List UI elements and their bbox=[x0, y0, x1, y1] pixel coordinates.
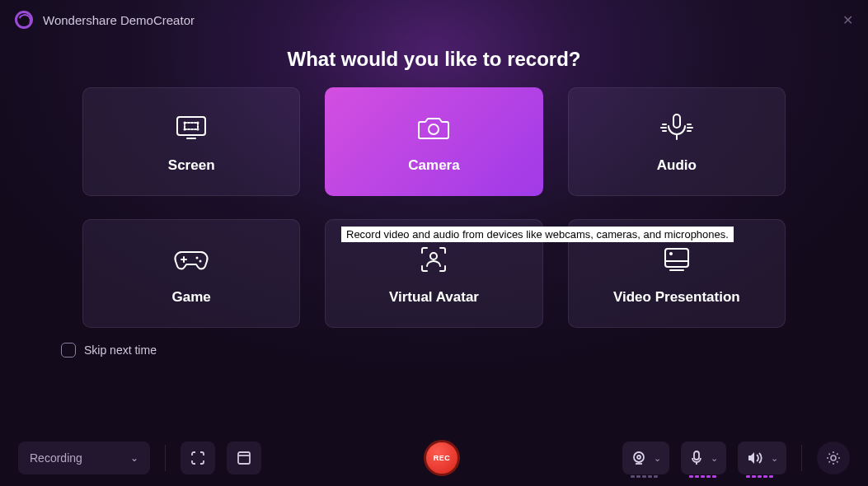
svg-point-10 bbox=[429, 124, 439, 134]
svg-rect-11 bbox=[673, 114, 680, 128]
svg-point-31 bbox=[637, 456, 640, 459]
camera-icon bbox=[415, 110, 452, 146]
divider bbox=[801, 445, 802, 471]
svg-point-21 bbox=[196, 257, 199, 259]
settings-button[interactable] bbox=[817, 442, 850, 474]
option-grid: Screen Camera Audio bbox=[82, 87, 786, 328]
gamepad-icon bbox=[173, 241, 209, 278]
svg-point-25 bbox=[669, 252, 673, 255]
bottom-bar: Recording ⌄ REC ⌄ ⌄ bbox=[0, 430, 868, 486]
close-icon[interactable]: ✕ bbox=[842, 12, 853, 28]
mode-select[interactable]: Recording ⌄ bbox=[18, 442, 150, 474]
svg-rect-0 bbox=[177, 117, 205, 135]
titlebar: Wondershare DemoCreator ✕ bbox=[0, 0, 868, 36]
card-label: Video Presentation bbox=[613, 289, 740, 306]
crop-icon bbox=[189, 449, 207, 467]
avatar-scan-icon bbox=[415, 241, 452, 278]
game-card[interactable]: Game bbox=[82, 219, 300, 328]
card-label: Camera bbox=[408, 157, 459, 174]
window-icon bbox=[236, 450, 252, 466]
microphone-icon bbox=[659, 110, 695, 146]
gear-icon bbox=[825, 450, 842, 466]
card-label: Virtual Avatar bbox=[389, 289, 479, 306]
divider bbox=[165, 445, 166, 471]
card-label: Screen bbox=[168, 157, 215, 174]
svg-rect-24 bbox=[665, 249, 688, 267]
camera-card[interactable]: Camera bbox=[325, 87, 542, 196]
svg-rect-32 bbox=[694, 451, 699, 460]
skip-label: Skip next time bbox=[84, 343, 157, 357]
app-title: Wondershare DemoCreator bbox=[43, 13, 195, 27]
mode-label: Recording bbox=[30, 451, 82, 465]
svg-point-30 bbox=[634, 452, 644, 462]
skip-next-time[interactable]: Skip next time bbox=[33, 328, 835, 357]
card-label: Game bbox=[172, 289, 211, 306]
svg-point-22 bbox=[199, 260, 202, 263]
chevron-down-icon: ⌄ bbox=[711, 453, 718, 464]
main-area: What would you like to record? Screen bbox=[0, 36, 868, 430]
speaker-toggle[interactable]: ⌄ bbox=[738, 442, 786, 474]
region-button[interactable] bbox=[181, 442, 215, 474]
screen-icon bbox=[173, 110, 209, 146]
svg-rect-28 bbox=[238, 452, 250, 464]
window-button[interactable] bbox=[227, 442, 261, 474]
checkbox-icon[interactable] bbox=[61, 343, 76, 357]
rec-label: REC bbox=[434, 454, 451, 462]
audio-card[interactable]: Audio bbox=[568, 87, 786, 196]
tooltip: Record video and audio from devices like… bbox=[341, 227, 734, 242]
webcam-toggle[interactable]: ⌄ bbox=[622, 442, 669, 474]
svg-point-5 bbox=[198, 129, 199, 130]
chevron-down-icon: ⌄ bbox=[130, 452, 138, 464]
webcam-icon bbox=[631, 451, 647, 465]
record-button[interactable]: REC bbox=[424, 440, 460, 476]
chevron-down-icon: ⌄ bbox=[654, 453, 661, 464]
chevron-down-icon: ⌄ bbox=[771, 453, 778, 464]
microphone-icon bbox=[689, 450, 704, 466]
app-logo bbox=[15, 11, 33, 29]
card-label: Audio bbox=[657, 157, 697, 174]
speaker-icon bbox=[746, 451, 764, 465]
page-title: What would you like to record? bbox=[33, 48, 835, 71]
svg-point-23 bbox=[430, 253, 437, 259]
mic-toggle[interactable]: ⌄ bbox=[681, 442, 726, 474]
svg-point-34 bbox=[831, 456, 836, 460]
screen-card[interactable]: Screen bbox=[82, 87, 300, 196]
presentation-icon bbox=[659, 241, 695, 278]
